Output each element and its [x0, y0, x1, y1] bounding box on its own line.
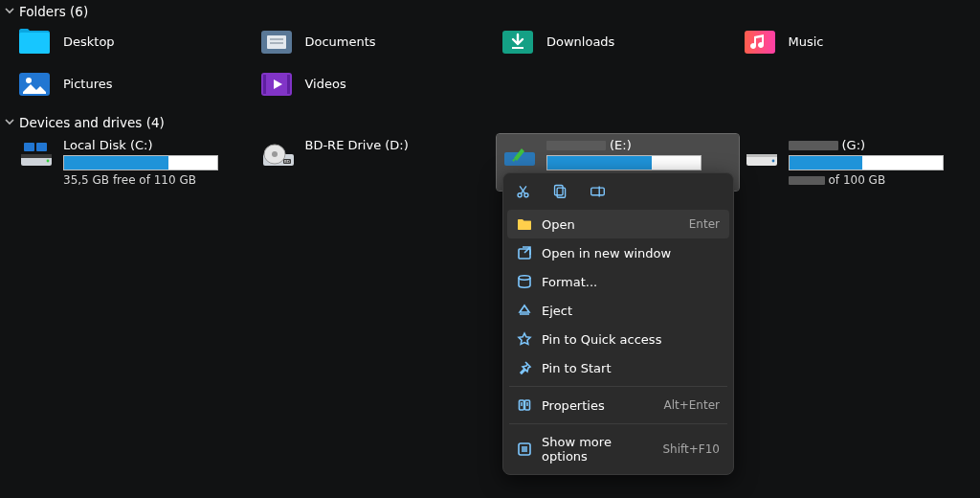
- context-menu-label: Pin to Quick access: [542, 332, 661, 347]
- folders-section-header[interactable]: Folders (6): [0, 0, 980, 21]
- svg-rect-30: [555, 186, 564, 195]
- folders-grid: Desktop Documents Downloads Music Pictur…: [0, 21, 980, 111]
- drive-g[interactable]: (G:) of 100 GB: [739, 134, 981, 191]
- drives-title: Devices and drives (4): [19, 115, 165, 130]
- copy-icon[interactable]: [552, 183, 568, 202]
- context-menu-toolbar: [507, 177, 729, 210]
- svg-rect-0: [19, 33, 50, 54]
- svg-point-20: [272, 151, 278, 157]
- drives-grid: Local Disk (C:) 35,5 GB free of 110 GB B…: [0, 132, 980, 200]
- context-menu-item-format[interactable]: Format...: [507, 267, 729, 296]
- bd-drive-icon: BD: [261, 138, 296, 170]
- capacity-bar: [546, 155, 702, 170]
- chevron-down-icon: [4, 4, 15, 19]
- folder-label: Music: [789, 34, 824, 49]
- documents-icon: [259, 27, 294, 56]
- svg-point-9: [26, 78, 32, 83]
- rename-icon[interactable]: [590, 183, 606, 202]
- context-menu-separator: [509, 386, 727, 387]
- context-menu-label: Show more options: [542, 435, 653, 464]
- svg-rect-14: [21, 154, 52, 158]
- svg-rect-11: [263, 75, 266, 94]
- svg-rect-12: [287, 75, 290, 94]
- context-menu-label: Open in new window: [542, 246, 671, 260]
- folder-label: Videos: [305, 77, 346, 91]
- capacity-bar: [789, 155, 944, 170]
- context-menu-item-show-more-options[interactable]: Show more optionsShift+F10: [507, 428, 729, 470]
- svg-rect-32: [519, 249, 530, 259]
- context-menu-label: Properties: [542, 398, 605, 413]
- hdd-icon: [745, 138, 779, 170]
- context-menu-item-pin-to-start[interactable]: Pin to Start: [507, 353, 729, 382]
- context-menu-label: Open: [542, 217, 575, 232]
- drive-c[interactable]: Local Disk (C:) 35,5 GB free of 110 GB: [13, 134, 256, 191]
- context-menu-shortcut: Alt+Enter: [663, 398, 720, 412]
- context-menu-item-pin-to-quick-access[interactable]: Pin to Quick access: [507, 325, 729, 353]
- capacity-bar: [63, 155, 218, 170]
- folder-documents[interactable]: Documents: [256, 23, 498, 59]
- cut-icon[interactable]: [515, 183, 531, 202]
- star-icon: [517, 331, 532, 347]
- drive-name: (E:): [610, 138, 632, 152]
- svg-text:BD: BD: [284, 159, 290, 164]
- drive-free-redacted: [789, 176, 825, 185]
- drive-free-text: 35,5 GB free of 110 GB: [63, 173, 218, 187]
- folder-icon: [517, 216, 532, 232]
- folder-label: Desktop: [63, 34, 115, 49]
- svg-rect-7: [745, 31, 775, 54]
- svg-rect-15: [24, 143, 34, 151]
- svg-rect-6: [512, 47, 523, 49]
- context-menu-item-open-in-new-window[interactable]: Open in new window: [507, 238, 729, 267]
- svg-rect-29: [557, 188, 566, 197]
- svg-point-26: [771, 160, 774, 163]
- external-drive-icon: [502, 138, 537, 170]
- svg-point-28: [524, 193, 528, 197]
- context-menu-item-eject[interactable]: Eject: [507, 296, 729, 325]
- folder-label: Documents: [305, 34, 376, 49]
- desktop-icon: [17, 27, 52, 56]
- context-menu-item-open[interactable]: OpenEnter: [507, 210, 729, 238]
- music-icon: [743, 27, 777, 56]
- drive-name: Local Disk (C:): [63, 138, 218, 152]
- local-disk-icon: [19, 138, 54, 170]
- drive-d[interactable]: BD BD-RE Drive (D:): [256, 134, 498, 191]
- svg-point-33: [519, 276, 530, 280]
- context-menu-shortcut: Shift+F10: [662, 442, 720, 456]
- folder-label: Downloads: [546, 34, 614, 49]
- svg-rect-3: [270, 38, 283, 40]
- context-menu-label: Format...: [542, 275, 597, 289]
- folder-downloads[interactable]: Downloads: [497, 23, 739, 59]
- svg-point-17: [47, 160, 50, 163]
- folder-videos[interactable]: Videos: [256, 65, 498, 102]
- svg-rect-25: [746, 154, 777, 157]
- eject-icon: [517, 303, 532, 318]
- context-menu-label: Pin to Start: [542, 361, 611, 375]
- svg-rect-31: [591, 188, 605, 195]
- properties-icon: [517, 397, 532, 413]
- svg-rect-4: [270, 42, 283, 44]
- folder-label: Pictures: [63, 77, 112, 91]
- folder-music[interactable]: Music: [739, 23, 981, 59]
- drive-name: BD-RE Drive (D:): [305, 138, 449, 152]
- pin-icon: [517, 360, 532, 375]
- svg-rect-16: [36, 143, 47, 151]
- downloads-icon: [501, 27, 535, 56]
- chevron-down-icon: [4, 115, 15, 130]
- context-menu: OpenEnterOpen in new windowFormat...Ejec…: [502, 172, 734, 475]
- context-menu-separator: [509, 423, 727, 424]
- drive-name-redacted: [789, 141, 838, 150]
- pictures-icon: [17, 69, 52, 98]
- folders-title: Folders (6): [19, 4, 88, 19]
- folder-pictures[interactable]: Pictures: [13, 65, 256, 102]
- context-menu-shortcut: Enter: [689, 217, 720, 231]
- context-menu-item-properties[interactable]: PropertiesAlt+Enter: [507, 391, 729, 419]
- videos-icon: [259, 69, 294, 98]
- folder-desktop[interactable]: Desktop: [13, 23, 256, 59]
- drive-free-text: of 100 GB: [829, 173, 886, 187]
- drives-section-header[interactable]: Devices and drives (4): [0, 111, 980, 132]
- context-menu-label: Eject: [542, 304, 572, 318]
- drive-name-redacted: [546, 141, 606, 150]
- svg-point-27: [518, 193, 522, 197]
- new-window-icon: [517, 245, 532, 260]
- drive-name: (G:): [842, 138, 866, 152]
